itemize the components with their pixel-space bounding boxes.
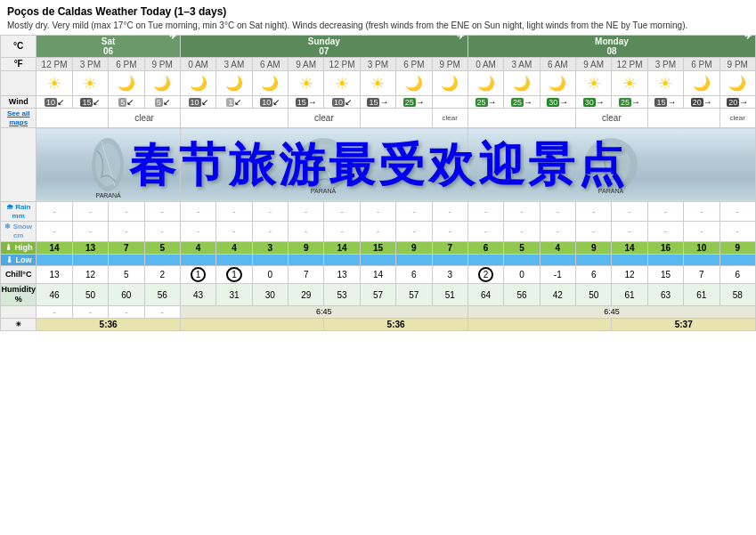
sun-high-4: 9	[289, 241, 324, 254]
mon-chill-6: 15	[647, 266, 683, 284]
mon-rain-7: -	[684, 202, 719, 222]
sat-low-1	[37, 254, 72, 266]
sun-time-2: 3 AM	[216, 58, 252, 71]
sat-low-2	[72, 254, 108, 266]
sun-hum-4: 29	[289, 284, 324, 306]
mon-hum-7: 61	[684, 284, 719, 306]
sat-icon-1: ☀	[37, 71, 72, 96]
sat-high-4: 5	[144, 241, 180, 254]
mon-rain-4: -	[576, 202, 612, 222]
mon-low-4	[576, 254, 612, 266]
sun-high-2: 4	[216, 241, 252, 254]
sat-rain-3: -	[109, 202, 144, 222]
sun-high-8: 7	[432, 241, 467, 254]
sat-rain-1: -	[37, 202, 72, 222]
icon-row-label	[1, 71, 37, 96]
mon-hum-3: 42	[540, 284, 575, 306]
weather-description: Mostly dry. Very mild (max 17°C on Tue m…	[7, 20, 749, 31]
sun-wind-4: 15→	[289, 96, 324, 109]
sun-low-1	[180, 254, 215, 266]
mon-wind-7: 20→	[684, 96, 719, 109]
mon-date: 08	[468, 46, 755, 56]
sat-label: Sat	[37, 36, 180, 46]
sun-date: 07	[181, 46, 467, 56]
mon-rain-3: -	[540, 202, 575, 222]
sunrise-row: ☀ 5:36 5:36 5:37	[1, 318, 756, 330]
sat-map[interactable]: PARANÁ	[37, 128, 181, 202]
mon-clear-1	[467, 109, 575, 128]
sun-snow-5: -	[324, 222, 360, 241]
svg-point-1	[95, 143, 120, 186]
rain-label: 🌧 Rainmm	[1, 202, 37, 222]
mon-label: Monday	[468, 36, 755, 46]
sat-snow-1: -	[37, 222, 72, 241]
sun-chill-5: 13	[324, 266, 360, 284]
sun-chill-7: 6	[396, 266, 432, 284]
icon-row: ☀ ☀ 🌙 🌙 🌙 🌙 🌙 ☀ ☀ ☀ 🌙 🌙 🌙 🌙 🌙 ☀ ☀ ☀ 🌙 🌙	[1, 71, 756, 96]
sat-rain-4: -	[144, 202, 180, 222]
rain-row: 🌧 Rainmm - - - - - - - - - - - - - - - -…	[1, 202, 756, 222]
snow-label: ❄ Snowcm	[1, 222, 37, 241]
sat-high-3: 7	[109, 241, 144, 254]
mon-uv-block: 6:45	[467, 305, 755, 318]
sat-map-svg	[84, 133, 133, 197]
sat-uv-4: -	[144, 305, 180, 318]
mon-wind-8: 20→	[719, 96, 756, 109]
mon-low-2	[504, 254, 540, 266]
sat-date: 06	[37, 46, 180, 56]
mon-time-7: 6 PM	[684, 58, 719, 71]
clear-row: See all maps clear clear clear clear cle…	[1, 109, 756, 128]
svg-text:PARANÁ: PARANÁ	[311, 187, 337, 194]
map-row: PARANÁ PARANÁ	[1, 128, 756, 202]
sat-low-3	[109, 254, 144, 266]
mon-rain-2: -	[504, 202, 540, 222]
chill-row: Chill°C 13 12 5 2 1 1 0 7 13 14 6 3 2 0 …	[1, 266, 756, 284]
sun-chill-4: 7	[289, 266, 324, 284]
mon-wind-4: 30→	[576, 96, 612, 109]
sat-chill-2: 12	[72, 266, 108, 284]
high-label: 🌡 High	[1, 241, 37, 254]
humidity-label: Humidity %	[1, 284, 37, 306]
mon-wind-6: 15→	[647, 96, 683, 109]
sun-snow-4: -	[289, 222, 324, 241]
mon-wind-2: 25→	[504, 96, 540, 109]
sun-icon-6: ☀	[360, 71, 395, 96]
sun-low-3	[252, 254, 288, 266]
mon-snow-7: -	[684, 222, 719, 241]
sun-chill-1: 1	[180, 266, 215, 284]
mon-rain-1: -	[467, 202, 503, 222]
mon-high-2: 5	[504, 241, 540, 254]
see-all-maps[interactable]: See all maps	[1, 109, 37, 128]
mon-rain-8: -	[719, 202, 756, 222]
weather-table: °C Sat 06 ✈ Sunday 07 ✈ Monday 08 ✈ °F	[0, 35, 756, 331]
mon-chill-2: 0	[504, 266, 540, 284]
sat-snow-3: -	[109, 222, 144, 241]
sun-snow-2: -	[216, 222, 252, 241]
mon-wind-3: 30→	[540, 96, 575, 109]
mon-clear-4: clear	[719, 109, 756, 128]
sun-hum-8: 51	[432, 284, 467, 306]
mon-sunset: 5:37	[612, 318, 756, 330]
mon-chill-7: 7	[684, 266, 719, 284]
sunrise-label: ☀	[1, 318, 37, 330]
mon-icon-2: 🌙	[504, 71, 540, 96]
chill-label: Chill°C	[1, 266, 37, 284]
chill-circle-mon-1: 2	[478, 267, 494, 282]
sat-hum-4: 56	[144, 284, 180, 306]
mon-icon-1: 🌙	[467, 71, 503, 96]
sun-high-7: 9	[396, 241, 432, 254]
sun-clear-4: clear	[432, 109, 467, 128]
sat-snow-2: -	[72, 222, 108, 241]
mon-map[interactable]: PARANÁ	[467, 128, 755, 202]
sun-map[interactable]: PARANÁ	[180, 128, 467, 202]
sat-rain-2: -	[72, 202, 108, 222]
sun-low-2	[216, 254, 252, 266]
unit-fahrenheit-button[interactable]: °F	[1, 58, 37, 71]
sun-low-6	[360, 254, 395, 266]
chill-circle-2: 1	[226, 267, 242, 282]
mon-icon-3: 🌙	[540, 71, 575, 96]
wind-row: Wind 10↙ 15↙ 5↙ 5↙ 10↙ 1↙ 10↙ 15→ 10↙ 15…	[1, 96, 756, 109]
sat-time-4: 9 PM	[144, 58, 180, 71]
sun-chill-3: 0	[252, 266, 288, 284]
mon-chill-1: 2	[467, 266, 503, 284]
